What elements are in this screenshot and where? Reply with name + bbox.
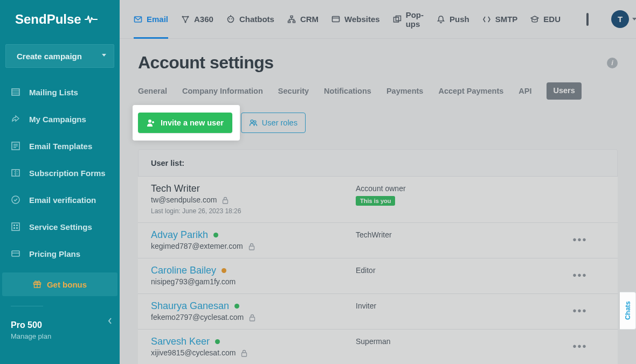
highlight-callout: Invite a new user — [133, 105, 240, 141]
topnav-item-label: A360 — [194, 15, 213, 24]
topnav-item[interactable]: Chatbots — [226, 0, 274, 39]
manage-plan-link[interactable]: Manage plan — [11, 332, 109, 340]
tab-notifications[interactable]: Notifications — [324, 82, 371, 100]
user-email: nisipeg793@gam1fy.com — [151, 277, 356, 286]
user-role: Superman — [356, 336, 572, 346]
user-name[interactable]: Sarvesh Keer — [151, 336, 356, 347]
tab-company-information[interactable]: Company Information — [182, 82, 263, 100]
topnav-icon — [181, 15, 190, 24]
user-list-header: User list: — [138, 149, 618, 176]
chats-side-tab[interactable]: Chats — [620, 292, 636, 330]
user-row: Advay Parikh kegimed787@extemer.com Tech… — [138, 222, 618, 258]
topnav-icon — [134, 15, 142, 24]
svg-rect-5 — [13, 225, 15, 226]
user-email: fekemo2797@cyclesat.com — [151, 313, 356, 321]
user-row: Sarvesh Keer xijive9815@cyclesat.com Sup… — [138, 329, 618, 364]
avatar: T — [611, 10, 629, 28]
more-button[interactable]: ••• — [572, 233, 587, 248]
lock-icon — [248, 243, 255, 249]
sidebar-item[interactable]: Subscription Forms — [0, 159, 120, 186]
more-button[interactable]: ••• — [572, 339, 587, 354]
user-role: Account ownerThis is you — [356, 183, 572, 206]
chevron-down-icon — [632, 18, 636, 20]
svg-point-16 — [227, 16, 233, 22]
gift-icon — [33, 280, 42, 289]
user-name[interactable]: Advay Parikh — [151, 229, 356, 241]
plan-name: Pro 500 — [11, 320, 109, 330]
svg-rect-4 — [12, 223, 19, 230]
user-roles-button[interactable]: User roles — [241, 113, 306, 133]
sidebar-item[interactable]: Email Templates — [0, 132, 120, 159]
lock-icon — [249, 314, 255, 320]
user-roles-label: User roles — [262, 118, 298, 127]
user-role: Inviter — [356, 300, 572, 310]
user-name[interactable]: Shaurya Ganesan — [151, 300, 356, 312]
topnav-item-label: Chatbots — [239, 15, 274, 24]
svg-point-17 — [229, 18, 230, 19]
svg-rect-6 — [16, 225, 18, 226]
topnav: EmailA360ChatbotsCRMWebsitesPop-upsPushS… — [120, 0, 636, 39]
sidebar-item-label: Mailing Lists — [29, 88, 78, 97]
page-title: Account settings — [138, 53, 274, 73]
topnav-item-label: CRM — [300, 15, 319, 24]
svg-point-26 — [251, 120, 253, 123]
topnav-icon — [331, 15, 340, 24]
create-campaign-button[interactable]: Create campaign — [5, 44, 114, 68]
status-dot-icon — [234, 304, 239, 309]
tab-security[interactable]: Security — [278, 82, 309, 100]
sidebar-item[interactable]: Pricing Plans — [0, 240, 120, 267]
mobile-icon[interactable] — [586, 13, 589, 26]
sidebar-item-label: Pricing Plans — [29, 249, 80, 258]
sidebar-collapse-button[interactable] — [106, 317, 114, 325]
user-menu[interactable]: T — [611, 10, 636, 28]
topnav-item-label: Pop-ups — [406, 10, 424, 29]
divider — [11, 306, 43, 306]
tab-general[interactable]: General — [138, 82, 167, 100]
sidebar-item[interactable]: Mailing Lists — [0, 79, 120, 106]
info-icon[interactable]: i — [607, 58, 618, 68]
svg-rect-22 — [333, 16, 340, 22]
tab-api[interactable]: API — [519, 82, 531, 100]
svg-rect-19 — [291, 16, 293, 17]
sidebar-item[interactable]: My Campaigns — [0, 106, 120, 132]
topnav-item[interactable]: CRM — [287, 0, 319, 39]
nav-icon — [11, 249, 20, 258]
svg-point-27 — [254, 121, 256, 123]
topnav-icon — [393, 15, 402, 24]
topnav-item-label: Push — [450, 15, 469, 24]
topnav-item[interactable]: Email — [134, 0, 168, 39]
sidebar-item-label: Email Templates — [29, 142, 92, 151]
sidebar-item-label: My Campaigns — [29, 115, 86, 124]
topnav-item[interactable]: Pop-ups — [393, 0, 424, 39]
nav-icon — [11, 141, 20, 151]
svg-rect-9 — [12, 251, 19, 256]
sidebar-item[interactable]: Service Settings — [0, 213, 120, 240]
get-bonus-button[interactable]: Get bonus — [2, 272, 117, 296]
svg-rect-31 — [242, 353, 247, 356]
tab-accept-payments[interactable]: Accept Payments — [438, 82, 503, 100]
topnav-icon — [287, 15, 296, 24]
svg-rect-28 — [223, 200, 228, 204]
svg-rect-30 — [250, 317, 255, 321]
topnav-item[interactable]: Push — [437, 0, 469, 39]
topnav-item[interactable]: SMTP — [482, 0, 518, 39]
status-dot-icon — [215, 339, 220, 344]
user-row: Tech Writertw@sendpulse.com Last login: … — [138, 176, 618, 222]
brand-logo[interactable]: SendPulse — [0, 0, 120, 39]
tab-users[interactable]: Users — [547, 82, 581, 100]
invite-user-button[interactable]: Invite a new user — [138, 113, 232, 133]
topnav-item[interactable]: Websites — [331, 0, 380, 39]
topnav-item-label: Email — [147, 15, 168, 24]
topnav-icon — [482, 15, 491, 24]
status-dot-icon — [213, 233, 218, 237]
invite-user-label: Invite a new user — [161, 118, 224, 127]
user-name[interactable]: Caroline Bailey — [151, 265, 356, 276]
topnav-item[interactable]: A360 — [181, 0, 213, 39]
user-name: Tech Writer — [151, 183, 356, 194]
topnav-item[interactable]: EDU — [530, 0, 561, 39]
more-button[interactable]: ••• — [572, 304, 587, 319]
tab-payments[interactable]: Payments — [386, 82, 424, 100]
svg-rect-29 — [249, 246, 254, 250]
more-button[interactable]: ••• — [572, 268, 587, 283]
sidebar-item[interactable]: Email verification — [0, 186, 120, 213]
